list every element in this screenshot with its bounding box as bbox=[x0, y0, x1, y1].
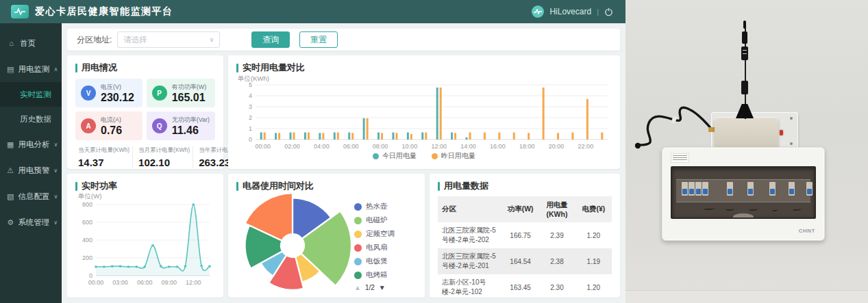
table-cell: 2.30 bbox=[538, 274, 575, 300]
sidebar-item-5[interactable]: ▧信息配置∨ bbox=[0, 183, 62, 209]
table-row[interactable]: 北医三院家属院-5号楼-2单元-202166.752.391.20 bbox=[438, 222, 612, 248]
sidebar-item-6[interactable]: ⚙系统管理∨ bbox=[0, 209, 62, 235]
user-name[interactable]: HiLovecard bbox=[549, 7, 591, 16]
pie-legend-dot bbox=[354, 217, 362, 224]
pie-legend-dot bbox=[354, 244, 362, 252]
meter-brand-label: CHNT bbox=[799, 228, 815, 234]
antenna-segment bbox=[742, 31, 747, 44]
legend-page-up-icon[interactable]: ▲ bbox=[354, 284, 361, 291]
pie-legend-label: 电烤箱 bbox=[366, 270, 388, 280]
usage-data-table: 分区功率(W)用电量(KWh)电费(¥)北医三院家属院-5号楼-2单元-2021… bbox=[438, 196, 612, 300]
table-row[interactable]: 北医三院家属院-5号楼-2单元-201164.542.381.19 bbox=[438, 248, 612, 274]
topbar: 爱心卡居民健康智能监测平台 HiLovecard | bbox=[0, 0, 625, 23]
antenna-segment bbox=[741, 81, 748, 94]
svg-text:10:00: 10:00 bbox=[402, 143, 418, 150]
stat-label: 电流(A) bbox=[101, 116, 122, 124]
home-icon: ⌂ bbox=[7, 39, 16, 47]
svg-text:14:00: 14:00 bbox=[460, 143, 476, 150]
table-cell: 2.39 bbox=[538, 222, 575, 248]
sidebar-item-label: 系统管理 bbox=[18, 218, 49, 228]
power-monitor-icon: ▤ bbox=[7, 65, 14, 74]
appliance-time-title: 电器使用时间对比 bbox=[236, 180, 417, 192]
sidebar-item-label: 用电监测 bbox=[18, 64, 49, 75]
svg-text:0: 0 bbox=[89, 272, 92, 279]
select-placeholder: 请选择 bbox=[123, 35, 147, 45]
sidebar-subitem-2[interactable]: 历史数据 bbox=[0, 107, 62, 131]
svg-text:22:00: 22:00 bbox=[578, 143, 594, 150]
reset-button[interactable]: 重置 bbox=[299, 31, 338, 48]
legend-page-down-icon[interactable]: ▼ bbox=[379, 284, 386, 291]
filter-bar: 分区地址: 请选择 ∨ 查询 重置 bbox=[67, 29, 620, 51]
svg-text:5: 5 bbox=[249, 81, 252, 88]
stat-tile-3: A电流(A)0.76 bbox=[75, 111, 142, 140]
brand: 爱心卡居民健康智能监测平台 bbox=[11, 5, 173, 18]
svg-text:18:00: 18:00 bbox=[519, 143, 535, 150]
table-row[interactable]: 志新小区-10号楼-2单元-102163.452.301.20 bbox=[438, 274, 612, 300]
sidebar-item-label: 首页 bbox=[20, 38, 58, 49]
table-cell: 1.19 bbox=[575, 248, 612, 274]
legend-item[interactable]: 昨日用电量 bbox=[432, 151, 475, 161]
svg-text:08:00: 08:00 bbox=[373, 143, 388, 150]
pie-legend-item[interactable]: 电磁炉 bbox=[354, 215, 417, 225]
pie-legend-item[interactable]: 热水壶 bbox=[354, 202, 417, 211]
table-cell: 志新小区-10号楼-2单元-102 bbox=[438, 274, 502, 300]
sidebar-item-1[interactable]: ⌂首页 bbox=[0, 30, 62, 56]
svg-text:20:00: 20:00 bbox=[549, 143, 565, 150]
distribution-box: CHNT bbox=[662, 147, 825, 241]
legend-dot bbox=[432, 153, 438, 159]
cumulative-label: 当月累计电量(KWh) bbox=[138, 146, 190, 155]
pie-legend-item[interactable]: 电饭煲 bbox=[354, 256, 417, 266]
chevron-down-icon: ∨ bbox=[53, 220, 58, 226]
pie-legend-item[interactable]: 定频空调 bbox=[354, 229, 417, 239]
pie-legend-label: 热水壶 bbox=[366, 202, 388, 211]
pie-legend-item[interactable]: 电风扇 bbox=[354, 243, 417, 252]
table-cell: 1.20 bbox=[575, 222, 612, 248]
realtime-power-line-chart: 0200400600800单位(W)00:0003:0006:0009:0012… bbox=[75, 192, 215, 287]
power-alert-icon: ⚠ bbox=[7, 166, 14, 175]
table-column-header: 分区 bbox=[438, 196, 502, 222]
legend-label: 今日用电量 bbox=[382, 151, 417, 161]
district-select[interactable]: 请选择 ∨ bbox=[117, 31, 220, 48]
dashboard-panel: 爱心卡居民健康智能监测平台 HiLovecard | ⌂首页▤用电监测∧实时监测… bbox=[0, 0, 625, 303]
user-avatar-icon[interactable] bbox=[532, 5, 544, 18]
pie-legend-item[interactable]: 电烤箱 bbox=[354, 270, 417, 280]
sidebar-item-label: 信息配置 bbox=[18, 192, 49, 202]
sidebar-item-2[interactable]: ▤用电监测∧ bbox=[0, 56, 62, 82]
table-column-header: 电费(¥) bbox=[575, 196, 612, 222]
table-cell: 北医三院家属院-5号楼-2单元-202 bbox=[438, 222, 502, 248]
stat-label: 有功功率(W) bbox=[172, 83, 207, 92]
svg-text:09:00: 09:00 bbox=[161, 279, 177, 286]
appliance-rose-chart bbox=[236, 194, 354, 298]
legend-dot bbox=[373, 153, 379, 159]
sidebar-item-label: 用电分析 bbox=[18, 140, 49, 150]
stat-tile-1: V电压(V)230.12 bbox=[75, 79, 142, 107]
stat-letter-icon: Q bbox=[152, 118, 167, 133]
svg-text:1: 1 bbox=[249, 125, 252, 132]
pie-legend-label: 电磁炉 bbox=[366, 215, 388, 225]
svg-text:3: 3 bbox=[249, 103, 252, 110]
table-column-header: 功率(W) bbox=[502, 196, 538, 222]
stat-label: 电压(V) bbox=[101, 83, 134, 92]
logout-power-icon[interactable] bbox=[604, 8, 613, 16]
chevron-down-icon: ∨ bbox=[53, 194, 58, 200]
pie-legend-label: 电风扇 bbox=[366, 243, 388, 252]
usage-compare-title: 实时用电量对比 bbox=[236, 62, 612, 74]
stat-tile-2: P有功功率(W)165.01 bbox=[147, 79, 215, 107]
stat-value: 230.12 bbox=[101, 92, 134, 104]
svg-text:00:00: 00:00 bbox=[255, 143, 271, 150]
cumulative-totals: 当天累计电量(KWh)14.37当月累计电量(KWh)102.10当年累计电量(… bbox=[75, 146, 215, 168]
query-button[interactable]: 查询 bbox=[251, 31, 290, 48]
pie-legend-dot bbox=[354, 230, 362, 238]
antenna-segment bbox=[741, 47, 748, 60]
filter-label: 分区地址: bbox=[77, 34, 112, 46]
pie-legend: 热水壶电磁炉定频空调电风扇电饭煲电烤箱 ▲ 1/2 ▼ bbox=[354, 194, 417, 298]
legend-item[interactable]: 今日用电量 bbox=[373, 151, 417, 161]
sidebar-item-4[interactable]: ⚠用电预警∨ bbox=[0, 157, 62, 183]
card-appliance-time: 电器使用时间对比 热水壶电磁炉定频空调电风扇电饭煲电烤箱 ▲ 1/2 ▼ bbox=[228, 174, 425, 298]
stat-value: 0.76 bbox=[101, 124, 122, 137]
card-usage-compare: 实时用电量对比 012345单位(KWh)00:0002:0004:0006:0… bbox=[228, 55, 620, 169]
sidebar-item-3[interactable]: ▦用电分析∨ bbox=[0, 131, 62, 157]
info-config-icon: ▧ bbox=[7, 192, 14, 201]
sidebar-subitem-1[interactable]: 实时监测 bbox=[0, 82, 62, 107]
pie-legend-label: 定频空调 bbox=[366, 229, 395, 239]
